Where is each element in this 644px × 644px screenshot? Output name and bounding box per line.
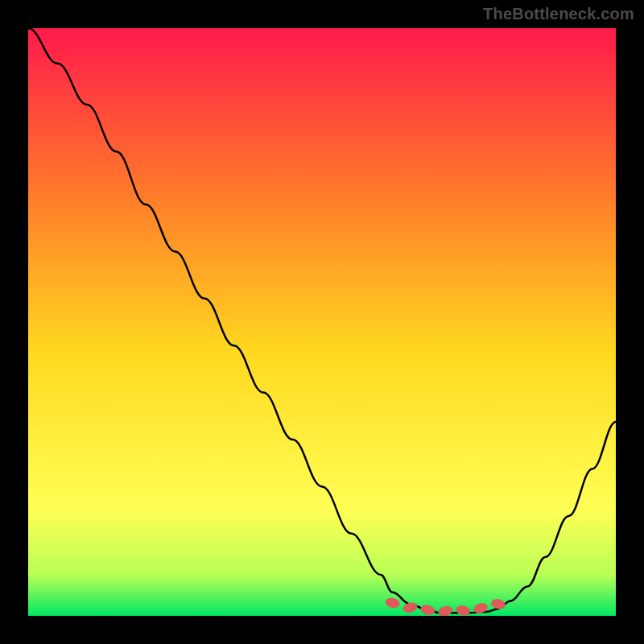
bottleneck-chart — [28, 28, 616, 616]
gradient-background — [28, 28, 616, 616]
chart-svg — [28, 28, 616, 616]
chart-container: TheBottleneck.com — [0, 0, 644, 644]
watermark-text: TheBottleneck.com — [483, 5, 634, 23]
